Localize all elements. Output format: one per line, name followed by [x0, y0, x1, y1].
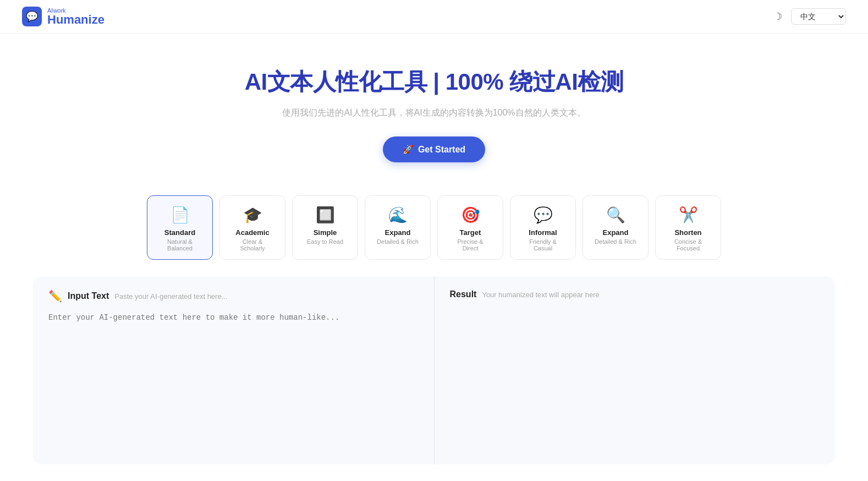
dark-mode-toggle[interactable]: ☽: [773, 10, 782, 23]
standard-title: Standard: [158, 228, 201, 237]
mode-card-standard[interactable]: 📄 Standard Natural & Balanced: [147, 195, 213, 260]
hero-title-prefix: AI文本人性化工具 | 100% 绕过: [245, 69, 556, 95]
mode-card-shorten[interactable]: ✂️ Shorten Concise & Focused: [655, 195, 721, 260]
expand-wave-title: Expand: [376, 228, 419, 237]
mode-card-expand-magnify[interactable]: 🔍 Expand Detailed & Rich: [583, 195, 649, 260]
target-title: Target: [449, 228, 492, 237]
language-selector[interactable]: 中文 English Español Français: [791, 8, 846, 25]
cta-icon: 🚀: [403, 144, 414, 155]
header-right: ☽ 中文 English Español Français: [773, 8, 846, 25]
academic-title: Academic: [231, 228, 274, 237]
result-pane: Result Your humanized text will appear h…: [435, 276, 836, 464]
editor-section: ✏️ Input Text Paste your AI-generated te…: [33, 276, 835, 464]
result-title: Result: [450, 289, 477, 299]
simple-title: Simple: [304, 228, 347, 237]
cta-label: Get Started: [418, 145, 465, 155]
logo-icon: 💬: [22, 7, 42, 26]
target-sub: Precise & Direct: [449, 238, 492, 252]
input-title: Input Text: [68, 291, 109, 301]
shorten-sub: Concise & Focused: [667, 238, 710, 252]
mode-card-expand-wave[interactable]: 🌊 Expand Detailed & Rich: [365, 195, 431, 260]
hero-title: AI文本人性化工具 | 100% 绕过AI检测: [11, 67, 857, 97]
input-textarea[interactable]: [48, 311, 419, 449]
input-icon: ✏️: [48, 289, 62, 303]
get-started-button[interactable]: 🚀 Get Started: [383, 136, 485, 162]
simple-icon: 🔲: [304, 206, 347, 224]
input-pane: ✏️ Input Text Paste your AI-generated te…: [33, 276, 435, 464]
informal-sub: Friendly & Casual: [521, 238, 564, 252]
input-hint: Paste your AI-generated text here...: [114, 292, 227, 300]
expand-magnify-title: Expand: [594, 228, 637, 237]
brand-name: Humanize: [47, 14, 105, 26]
hero-title-highlight: AI检测: [555, 69, 623, 95]
informal-icon: 💬: [521, 206, 564, 224]
input-pane-header: ✏️ Input Text Paste your AI-generated te…: [48, 289, 419, 303]
expand-magnify-sub: Detailed & Rich: [594, 238, 637, 245]
result-hint: Your humanized text will appear here: [482, 291, 599, 299]
hero-section: AI文本人性化工具 | 100% 绕过AI检测 使用我们先进的AI人性化工具，将…: [0, 34, 868, 179]
expand-wave-icon: 🌊: [376, 206, 419, 224]
informal-title: Informal: [521, 228, 564, 237]
academic-icon: 🎓: [231, 206, 274, 224]
hero-subtitle: 使用我们先进的AI人性化工具，将AI生成的内容转换为100%自然的人类文本。: [11, 107, 857, 119]
logo-text: AIwork Humanize: [47, 8, 105, 26]
shorten-title: Shorten: [667, 228, 710, 237]
mode-cards-container: 📄 Standard Natural & Balanced 🎓 Academic…: [0, 179, 868, 271]
mode-card-academic[interactable]: 🎓 Academic Clear & Scholarly: [219, 195, 285, 260]
academic-sub: Clear & Scholarly: [231, 238, 274, 252]
editor-row: ✏️ Input Text Paste your AI-generated te…: [33, 276, 835, 464]
mode-card-informal[interactable]: 💬 Informal Friendly & Casual: [510, 195, 576, 260]
result-pane-header: Result Your humanized text will appear h…: [450, 289, 820, 299]
standard-sub: Natural & Balanced: [158, 238, 201, 252]
target-icon: 🎯: [449, 206, 492, 224]
mode-card-target[interactable]: 🎯 Target Precise & Direct: [437, 195, 503, 260]
simple-sub: Easy to Read: [304, 238, 347, 245]
header: 💬 AIwork Humanize ☽ 中文 English Español F…: [0, 0, 868, 34]
logo-chat-icon: 💬: [26, 10, 38, 23]
expand-wave-sub: Detailed & Rich: [376, 238, 419, 245]
standard-icon: 📄: [158, 206, 201, 224]
mode-card-simple[interactable]: 🔲 Simple Easy to Read: [292, 195, 358, 260]
logo-area: 💬 AIwork Humanize: [22, 7, 105, 26]
expand-magnify-icon: 🔍: [594, 206, 637, 224]
shorten-icon: ✂️: [667, 206, 710, 224]
